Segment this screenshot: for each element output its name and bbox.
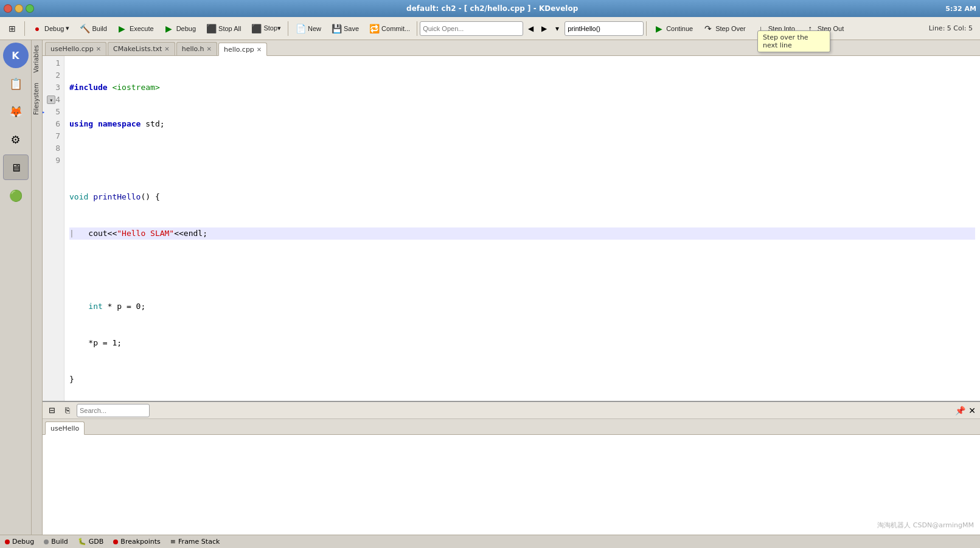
step-over-label: Step Over [715, 25, 746, 32]
line-num-7: 7 [43, 130, 64, 142]
separator-1 [24, 21, 25, 36]
debug-run-button[interactable]: ▶ Debug [159, 21, 200, 36]
bottom-tabs: useHello [43, 419, 980, 435]
statusbar: Debug Build 🐛 GDB Breakpoints ≡ Frame St… [0, 535, 980, 548]
code-line-1: #include <iostream> [69, 82, 975, 94]
status-framestack[interactable]: ≡ Frame Stack [170, 538, 220, 546]
window-buttons[interactable] [4, 4, 34, 13]
side-label-filesystem[interactable]: Filesystem [32, 78, 42, 120]
separator-2 [288, 21, 288, 36]
line-num-1: 1 [43, 57, 64, 69]
tab-usehello[interactable]: useHello.cpp ✕ [45, 42, 106, 55]
window-title: default: ch2 - [ ch2/hello.cpp ] - KDeve… [39, 4, 945, 13]
tab-close-cmakelists[interactable]: ✕ [164, 46, 169, 52]
code-editor[interactable]: 1 2 3 ▾4 ▶5 6 7 8 9 #include <iostream> … [43, 56, 980, 401]
status-gdb[interactable]: 🐛 GDB [78, 538, 104, 546]
tooltip-text: Step over the next line [763, 33, 808, 49]
continue-label: Continue [666, 25, 693, 32]
gdb-status-label: GDB [89, 538, 104, 546]
debug-arrow-5: ▶ [43, 106, 44, 118]
breakpoint-dot [113, 539, 118, 544]
maximize-button[interactable] [26, 4, 34, 13]
build-button[interactable]: 🔨 Build [75, 21, 111, 36]
bottom-collapse-button[interactable]: ⊟ [45, 404, 58, 417]
app-menu-button[interactable]: ⊞ [2, 21, 22, 36]
separator-4 [646, 21, 647, 36]
status-build[interactable]: Build [44, 538, 68, 546]
code-line-8: *p = 1; [69, 337, 975, 349]
main-layout: K 📋 🦊 ⚙ 🖥 🟢 Variables Filesystem useHell… [0, 40, 980, 535]
continue-button[interactable]: ▶ Continue [649, 21, 697, 36]
continue-icon: ▶ [653, 23, 664, 34]
line-num-8: 8 [43, 142, 64, 154]
line-num-3: 3 [43, 82, 64, 94]
left-sidebar: K 📋 🦊 ⚙ 🖥 🟢 [0, 40, 32, 535]
grid-icon: ⊞ [7, 23, 18, 34]
line-num-9: 9 [43, 154, 64, 167]
status-debug[interactable]: Debug [5, 538, 34, 546]
cursor-position: Line: 5 Col: 5 [929, 24, 978, 32]
titlebar: default: ch2 - [ ch2/hello.cpp ] - KDeve… [0, 0, 980, 17]
tab-helloh[interactable]: hello.h ✕ [176, 42, 217, 55]
line-numbers: 1 2 3 ▾4 ▶5 6 7 8 9 [43, 56, 64, 401]
status-breakpoints[interactable]: Breakpoints [113, 538, 161, 546]
tab-label-helloh: hello.h [182, 45, 204, 53]
step-over-button[interactable]: ↷ Step Over [698, 21, 750, 36]
tab-close-hellocpp[interactable]: ✕ [257, 46, 262, 53]
sidebar-item-plugin[interactable]: 🟢 [3, 182, 29, 208]
build-status-dot [44, 539, 49, 544]
tab-close-usehello[interactable]: ✕ [96, 46, 101, 52]
stop-all-icon: ⬛ [206, 23, 217, 34]
side-label-variables[interactable]: Variables [32, 40, 42, 78]
sidebar-item-variables[interactable]: 📋 [3, 71, 29, 96]
step-over-icon: ↷ [703, 23, 714, 34]
tab-label-hellocpp: hello.cpp [224, 46, 254, 54]
sidebar-item-kdevelop[interactable]: K [3, 43, 29, 68]
sidebar-item-settings[interactable]: ⚙ [3, 127, 29, 152]
tab-close-helloh[interactable]: ✕ [207, 46, 212, 52]
line-num-2: 2 [43, 69, 64, 82]
commit-icon: 🔁 [369, 23, 380, 34]
line-num-4: ▾4 [43, 94, 64, 106]
bottom-content[interactable] [43, 435, 980, 535]
pin-icon[interactable]: 📌 [954, 405, 965, 416]
sidebar-item-search[interactable]: 🦊 [3, 99, 29, 124]
quick-open-input[interactable] [420, 21, 523, 36]
side-labels: Variables Filesystem [32, 40, 43, 535]
debug-dropdown-button[interactable]: ● Debug ▾ [27, 21, 74, 36]
editor-container: useHello.cpp ✕ CMakeLists.txt ✕ hello.h … [43, 40, 980, 535]
minimize-button[interactable] [15, 4, 23, 13]
code-line-7: int * p = 0; [69, 300, 975, 313]
debug-run-icon: ▶ [164, 23, 175, 34]
sidebar-item-terminal[interactable]: 🖥 [3, 154, 29, 180]
code-line-3 [69, 154, 975, 167]
bottom-copy-button[interactable]: ⎘ [61, 404, 74, 417]
stop-all-label: Stop All [218, 25, 241, 32]
nav-down-button[interactable]: ▾ [551, 23, 563, 35]
line-num-5: ▶5 [43, 106, 64, 118]
nav-back-button[interactable]: ◀ [524, 23, 537, 35]
fold-indicator-4[interactable]: ▾ [47, 95, 55, 104]
debug-status-label: Debug [12, 538, 34, 546]
code-content[interactable]: #include <iostream> using namespace std;… [64, 56, 980, 401]
bottom-tab-usehello[interactable]: useHello [45, 421, 85, 435]
bottom-search-input[interactable] [77, 404, 150, 417]
execute-button[interactable]: ▶ Execute [113, 21, 158, 36]
tab-hellocpp[interactable]: hello.cpp ✕ [218, 43, 267, 56]
commit-button[interactable]: 🔁 Commit... [364, 21, 414, 36]
tab-cmakelists[interactable]: CMakeLists.txt ✕ [108, 42, 175, 55]
save-icon: 💾 [331, 23, 342, 34]
close-panel-icon[interactable]: ✕ [967, 405, 978, 416]
stop-button[interactable]: ⬛ Stop▾ [246, 21, 285, 36]
function-name-input[interactable] [565, 21, 644, 36]
nav-forward-button[interactable]: ▶ [538, 23, 550, 35]
framestack-label: Frame Stack [178, 538, 220, 546]
stop-all-button[interactable]: ⬛ Stop All [201, 21, 245, 36]
save-button[interactable]: 💾 Save [327, 21, 363, 36]
breakpoints-label: Breakpoints [120, 538, 161, 546]
debug-status-dot [5, 539, 10, 544]
tab-label-usehello: useHello.cpp [50, 45, 94, 53]
close-button[interactable] [4, 4, 12, 13]
bottom-panel-toolbar: ⊟ ⎘ 📌 ✕ [43, 402, 980, 419]
new-button[interactable]: 📄 New [291, 21, 325, 36]
